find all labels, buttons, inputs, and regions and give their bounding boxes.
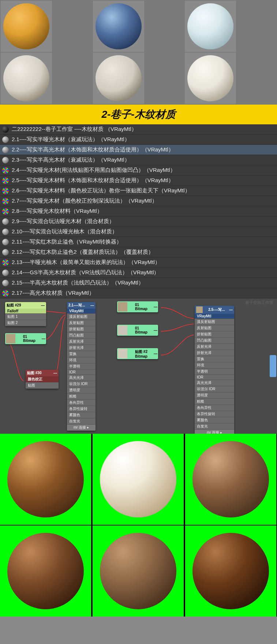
node-slot[interactable]: 各向异性 bbox=[67, 400, 96, 406]
node-bitmap[interactable]: 01Bitmap— bbox=[117, 325, 158, 336]
node-slot[interactable]: 环境 bbox=[67, 357, 96, 364]
node-color-correction[interactable]: 贴图 #30— 颜色校正 贴图 bbox=[26, 370, 59, 389]
material-row[interactable]: 2.13----半哑光柚木（最简单又能出效果的玩法）（VRayMtl） bbox=[0, 257, 277, 268]
preview-cell[interactable] bbox=[93, 1, 144, 52]
node-slot[interactable]: 自发光 bbox=[195, 423, 234, 430]
material-row[interactable]: 2.15----半高光木纹材质（法线凹凸玩法）（VRayMtl） bbox=[0, 278, 277, 288]
render-cell[interactable] bbox=[185, 526, 276, 617]
node-slot[interactable]: 环境 bbox=[195, 362, 234, 369]
material-sphere-icon bbox=[2, 290, 9, 297]
preview-cell[interactable] bbox=[1, 1, 52, 52]
render-cell[interactable] bbox=[93, 526, 184, 617]
node-slot[interactable]: 透明度 bbox=[67, 387, 96, 393]
material-row[interactable]: 2.14----GS半高光木纹材质（VR法线凹凸玩法）（VRayMtl） bbox=[0, 268, 277, 278]
node-slot[interactable]: 折射贴图 bbox=[67, 326, 96, 332]
material-row[interactable]: 2.8----写实哑光木纹材料（VRayMtl） bbox=[0, 206, 277, 216]
preview-cell[interactable] bbox=[1, 53, 52, 104]
node-bitmap[interactable]: 01Bitmap— bbox=[5, 333, 46, 344]
minimize-icon[interactable]: — bbox=[154, 328, 157, 332]
bitmap-thumb bbox=[6, 334, 15, 343]
material-row[interactable]: 2.10----写实混合玩法哑光柚木（混合材质） bbox=[0, 227, 277, 237]
node-slot[interactable]: 自发光 bbox=[67, 418, 96, 425]
material-row[interactable]: 2.2----写实半高光木材（木饰面和木纹材质合适使用）（VRayMtl） bbox=[0, 145, 277, 155]
render-cell[interactable] bbox=[93, 434, 184, 525]
render-cell[interactable] bbox=[0, 434, 91, 525]
node-slot[interactable]: 凹凸贴图 bbox=[67, 332, 96, 339]
node-vraymtl-right[interactable]: 2.5----写...—VRayMtl漫反射贴图反射贴图折射贴图凹凸贴图反射光泽… bbox=[195, 306, 234, 434]
node-slot[interactable]: 各异性旋转 bbox=[67, 406, 96, 412]
node-vraymtl-left[interactable]: 2.1----写...—VRayMtl漫反射贴图反射贴图折射贴图凹凸贴图反射光泽… bbox=[67, 302, 96, 431]
minimize-icon[interactable]: — bbox=[229, 308, 233, 312]
node-slot[interactable]: 高光光泽 bbox=[67, 375, 96, 381]
minimize-icon[interactable]: — bbox=[42, 337, 45, 341]
material-row[interactable]: 2.11----写实红木防止溢色（VRayMtl转换器） bbox=[0, 237, 277, 247]
node-slot[interactable]: 雾颜色 bbox=[195, 417, 234, 423]
bitmap-thumb bbox=[118, 302, 127, 312]
node-slot[interactable]: 粗糙 bbox=[67, 393, 96, 400]
preview-cell[interactable] bbox=[185, 1, 236, 52]
material-sphere-icon bbox=[2, 177, 9, 184]
material-row[interactable]: 2.12----写实红木防止溢色2（覆盖材质玩法）（覆盖材质） bbox=[0, 247, 277, 257]
node-slot[interactable]: 贴图 1 bbox=[5, 314, 46, 320]
node-bitmap[interactable]: 01Bitmap— bbox=[117, 301, 158, 312]
node-slot[interactable]: 半透明 bbox=[67, 364, 96, 370]
node-slot[interactable]: 各异性旋转 bbox=[195, 411, 234, 417]
material-row[interactable]: 2.6----写实哑光木材料（颜色校正玩法）教你一张贴图走天下（VRayMtl） bbox=[0, 186, 277, 196]
node-slot[interactable]: 雾颜色 bbox=[67, 412, 96, 418]
node-slot[interactable]: 反射贴图 bbox=[195, 325, 234, 331]
material-row[interactable]: 2.7----写实哑光木材（颜色校正控制深浅玩法）（VRayMtl） bbox=[0, 196, 277, 206]
node-slot[interactable]: 贴图 2 bbox=[5, 320, 46, 326]
wood-sphere bbox=[7, 533, 84, 609]
node-footer[interactable]: mr 连接 ▸ bbox=[195, 430, 234, 434]
material-label: 2.13----半哑光柚木（最简单又能出效果的玩法）（VRayMtl） bbox=[12, 259, 160, 266]
minimize-icon[interactable]: — bbox=[41, 304, 45, 308]
material-row[interactable]: 2.17----高光木纹材质（VRayMtl） bbox=[0, 288, 277, 298]
minimize-icon[interactable]: — bbox=[90, 304, 94, 308]
node-footer[interactable]: mr 连接 ▸ bbox=[67, 425, 96, 431]
node-slot[interactable]: 漫反射贴图 bbox=[195, 319, 234, 325]
material-label: 2.6----写实哑光木材料（颜色校正玩法）教你一张贴图走天下（VRayMtl） bbox=[12, 187, 190, 194]
material-row[interactable]: 2.5----写实哑光木材料（木饰面和木纹材质合适使用）（VRayMtl） bbox=[0, 176, 277, 186]
material-row[interactable]: 2.3----写实半高光木材（衰减玩法）（VRayMtl） bbox=[0, 155, 277, 165]
node-slot[interactable]: 反射光泽 bbox=[67, 339, 96, 345]
material-sphere-icon bbox=[2, 218, 9, 225]
minimize-icon[interactable]: — bbox=[154, 305, 157, 309]
sphere-preview bbox=[96, 55, 142, 101]
minimize-icon[interactable]: — bbox=[53, 371, 57, 375]
node-slot[interactable]: 贴图 bbox=[26, 383, 59, 389]
node-slot[interactable]: 置换 bbox=[67, 351, 96, 357]
node-slot[interactable]: 折射光泽 bbox=[195, 350, 234, 356]
node-slot[interactable]: 折射光泽 bbox=[67, 345, 96, 351]
node-slot[interactable]: 置换 bbox=[195, 356, 234, 362]
minimize-icon[interactable]: — bbox=[154, 352, 157, 356]
material-row[interactable]: 2.4----写实哑光木材(用法线贴图不用黑白贴图做凹凸）（VRayMtl） bbox=[0, 165, 277, 176]
node-slot[interactable]: IOR bbox=[195, 375, 234, 380]
node-bitmap[interactable]: 贴图 #2Bitmap— bbox=[117, 348, 158, 359]
node-slot[interactable]: 透明度 bbox=[195, 392, 234, 399]
node-slot[interactable]: 菲涅尔 IOR bbox=[67, 381, 96, 387]
node-slot[interactable]: 反射光泽 bbox=[195, 344, 234, 350]
wood-sphere bbox=[192, 441, 269, 517]
preview-cell[interactable] bbox=[185, 53, 236, 104]
editor-scroll-handle[interactable] bbox=[270, 355, 276, 377]
material-row[interactable]: 二22222222--巷子工作室 ----木纹材质 （VRayMtl） bbox=[0, 124, 277, 135]
node-slot[interactable]: 折射贴图 bbox=[195, 331, 234, 338]
node-slot[interactable]: 菲涅尔 IOR bbox=[195, 386, 234, 392]
render-cell[interactable] bbox=[0, 526, 91, 617]
material-label: 2.3----写实半高光木材（衰减玩法）（VRayMtl） bbox=[12, 157, 130, 163]
node-slot[interactable]: 半透明 bbox=[195, 369, 234, 375]
node-slot[interactable]: 漫反射贴图 bbox=[67, 314, 96, 320]
node-falloff[interactable]: 贴图 #29— Falloff 贴图 1 贴图 2 bbox=[5, 302, 46, 326]
node-type: Bitmap bbox=[135, 330, 147, 334]
material-row[interactable]: 2.1----写实半哑光木材（衰减玩法）（VRayMtl） bbox=[0, 135, 277, 145]
render-cell[interactable] bbox=[185, 434, 276, 525]
node-slot[interactable]: 反射贴图 bbox=[67, 320, 96, 326]
node-slot[interactable]: 各向异性 bbox=[195, 405, 234, 411]
node-slot[interactable]: 粗糙 bbox=[195, 399, 234, 405]
node-editor[interactable]: 贴图 #29— Falloff 贴图 1 贴图 2 01Bitmap— 贴图 #… bbox=[0, 298, 277, 434]
preview-cell[interactable] bbox=[93, 53, 144, 104]
material-row[interactable]: 2.9----写实混合玩法哑光木材（混合材质） bbox=[0, 216, 277, 227]
node-slot[interactable]: 高光光泽 bbox=[195, 380, 234, 386]
node-slot[interactable]: 凹凸贴图 bbox=[195, 338, 234, 344]
node-slot[interactable]: IOR bbox=[67, 370, 96, 375]
